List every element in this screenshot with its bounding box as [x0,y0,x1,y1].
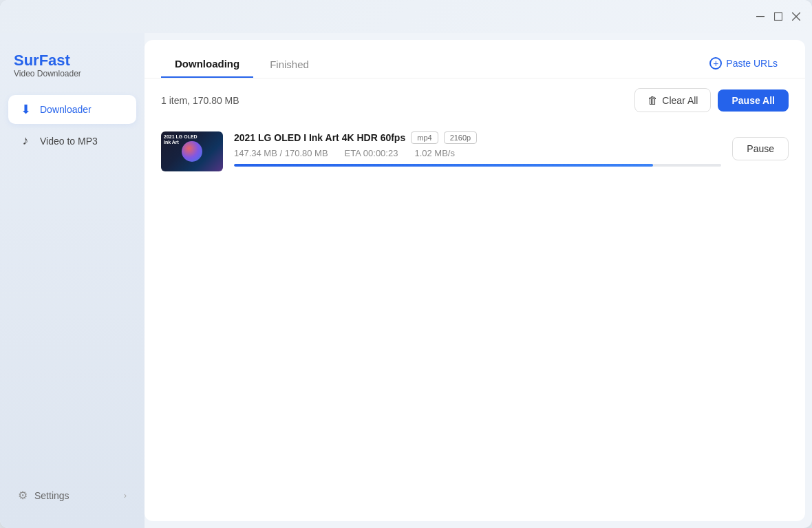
plus-icon: + [709,57,722,70]
toolbar-actions: 🗑 Clear All Pause All [634,88,789,112]
sidebar-item-downloader-label: Downloader [40,104,92,115]
paste-urls-button[interactable]: + Paste URLs [698,52,789,75]
download-title-row: 2021 LG OLED I Ink Art 4K HDR 60fps mp4 … [234,131,721,144]
item-count: 1 item, 170.80 MB [161,95,239,106]
download-info: 2021 LG OLED I Ink Art 4K HDR 60fps mp4 … [234,131,721,167]
close-button[interactable] [791,12,801,21]
download-stats: 147.34 MB / 170.80 MB ETA 00:00:23 1.02 … [234,148,721,158]
thumbnail-orb [182,141,202,162]
progress-bar [234,164,721,167]
format-badge: mp4 [411,131,438,144]
download-speed: 1.02 MB/s [414,148,455,158]
clear-all-button[interactable]: 🗑 Clear All [634,88,711,112]
brand-name: SurFast [14,52,131,69]
clear-all-label: Clear All [662,95,698,106]
tab-bar: Downloading Finished + Paste URLs [145,40,805,78]
pause-button[interactable]: Pause [732,137,789,160]
downloads-list: 2021 LG OLEDInk Art 2021 LG OLED I Ink A… [145,122,805,521]
settings-label: Settings [34,490,70,501]
download-size: 147.34 MB / 170.80 MB [234,148,328,158]
tab-downloading[interactable]: Downloading [161,51,253,78]
pause-all-button[interactable]: Pause All [718,89,789,112]
content-area: Downloading Finished + Paste URLs 1 item… [145,40,805,521]
video-thumbnail: 2021 LG OLEDInk Art [161,131,223,171]
sidebar-bottom: ⚙ Settings › [0,482,145,514]
app-logo: SurFast Video Downloader [0,47,145,95]
main-layout: SurFast Video Downloader ⬇ Downloader ♪ … [0,33,812,528]
maximize-button[interactable] [773,12,783,21]
svg-rect-0 [756,16,765,17]
paste-urls-label: Paste URLs [726,58,778,69]
sidebar-nav: ⬇ Downloader ♪ Video to MP3 [0,95,145,482]
toolbar: 1 item, 170.80 MB 🗑 Clear All Pause All [145,78,805,122]
download-title: 2021 LG OLED I Ink Art 4K HDR 60fps [234,132,405,143]
svg-rect-1 [775,13,782,21]
progress-bar-fill [234,164,653,167]
sidebar-item-video-to-mp3[interactable]: ♪ Video to MP3 [8,127,136,155]
settings-item[interactable]: ⚙ Settings › [8,482,136,509]
sidebar-item-mp3-label: Video to MP3 [40,136,98,147]
sidebar: SurFast Video Downloader ⬇ Downloader ♪ … [0,33,145,528]
window-controls [756,12,801,21]
title-bar [0,0,812,33]
app-window: SurFast Video Downloader ⬇ Downloader ♪ … [0,0,812,528]
trash-icon: 🗑 [648,94,658,106]
sidebar-item-downloader[interactable]: ⬇ Downloader [8,95,136,124]
chevron-right-icon: › [124,490,127,500]
download-eta: ETA 00:00:23 [345,148,398,158]
tab-finished[interactable]: Finished [256,52,323,77]
download-icon: ⬇ [18,102,33,117]
resolution-badge: 2160p [444,131,478,144]
settings-icon: ⚙ [18,489,28,502]
brand-sub: Video Downloader [14,69,131,78]
music-icon: ♪ [18,134,33,148]
minimize-button[interactable] [756,12,765,21]
table-row: 2021 LG OLEDInk Art 2021 LG OLED I Ink A… [161,122,789,181]
